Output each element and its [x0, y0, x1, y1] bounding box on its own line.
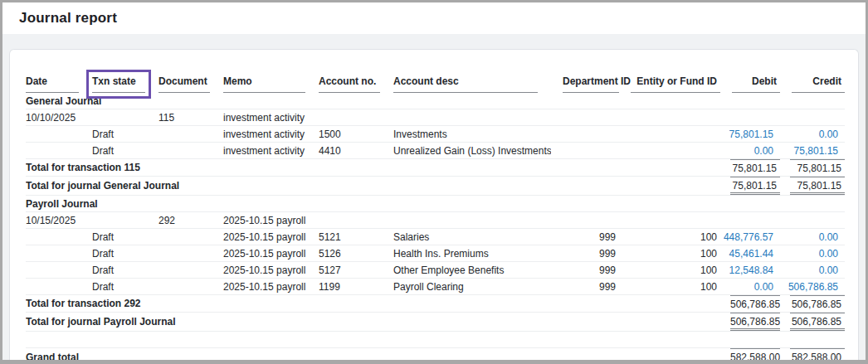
total-label: Total for journal Payroll Journal: [26, 313, 720, 332]
cell-date: 10/15/2025: [26, 212, 92, 229]
total-debit-cell: 506,786.85: [720, 295, 780, 313]
column-header-credit: Credit: [780, 73, 845, 93]
table-header-row: DateTxn stateDocumentMemoAccount no.Acco…: [26, 73, 845, 93]
cell-memo: 2025-10.15 payroll: [223, 212, 319, 229]
detail-row: Draftinvestment activity4410Unrealized G…: [26, 143, 845, 159]
column-header-label: Department ID: [563, 73, 619, 93]
cell-debit: 0.00: [720, 143, 780, 159]
credit-amount-link[interactable]: 0.00: [780, 248, 841, 260]
credit-amount-link[interactable]: 75,801.15: [780, 145, 841, 157]
cell-date: [26, 262, 92, 279]
total-row: Total for journal Payroll Journal506,786…: [26, 313, 845, 332]
cell-entity-or-fund-id: [619, 212, 720, 229]
cell-entity-or-fund-id: 100: [619, 245, 720, 262]
total-label: Total for transaction 115: [26, 159, 720, 177]
page-title: Journal report: [19, 10, 117, 27]
total-credit-cell: 506,786.85: [780, 313, 845, 332]
cell-account-desc: [393, 212, 551, 229]
journal-section-label: Payroll Journal: [26, 196, 845, 212]
cell-txn-state: [92, 212, 158, 229]
cell-department-id: 999: [551, 245, 619, 262]
page-header: Journal report: [2, 2, 866, 34]
total-row: Total for journal General Journal75,801.…: [26, 177, 845, 196]
cell-txn-state: Draft: [92, 279, 158, 295]
debit-amount-link[interactable]: 0.00: [720, 281, 777, 293]
cell-debit: 12,548.84: [720, 262, 780, 279]
cell-date: [26, 126, 92, 143]
cell-debit: [720, 109, 780, 126]
cell-account-no: 4410: [319, 143, 393, 159]
cell-debit: 75,801.15: [720, 126, 780, 143]
column-header-label: Account no.: [319, 73, 380, 93]
debit-amount-link[interactable]: 12,548.84: [720, 265, 777, 276]
total-credit-cell: 582,588.00: [780, 348, 845, 361]
cell-account-desc: Payroll Clearing: [393, 279, 551, 295]
cell-txn-state: Draft: [92, 143, 158, 159]
cell-account-no: 5121: [319, 229, 393, 245]
cell-txn-state: Draft: [92, 262, 158, 279]
total-credit-cell: 75,801.15: [780, 177, 845, 196]
app-window: Journal report DateTxn stateDocumentMemo…: [0, 0, 868, 364]
spacer-row: [26, 332, 845, 348]
column-header-label: Memo: [223, 73, 305, 93]
debit-amount-link[interactable]: 0.00: [720, 145, 777, 157]
cell-document: 292: [158, 212, 223, 229]
column-header-label: Entity or Fund ID: [631, 73, 720, 93]
cell-credit: 506,786.85: [780, 279, 845, 295]
column-header-txn-state: Txn state: [92, 73, 158, 93]
cell-document: [158, 229, 223, 245]
total-debit-amount: 506,786.85: [730, 313, 780, 331]
cell-date: [26, 229, 92, 245]
total-debit-amount: 75,801.15: [730, 159, 780, 176]
cell-account-desc: Other Employee Benefits: [393, 262, 551, 279]
cell-memo: investment activity: [223, 109, 319, 126]
cell-account-no: [319, 109, 393, 126]
credit-amount-link[interactable]: 0.00: [780, 265, 841, 276]
journal-section-label: General Journal: [26, 93, 845, 109]
total-credit-amount: 506,786.85: [790, 295, 845, 312]
cell-account-no: 5127: [319, 262, 393, 279]
cell-department-id: [551, 212, 619, 229]
total-label: Total for transaction 292: [26, 295, 720, 313]
total-credit-amount: 506,786.85: [790, 313, 845, 331]
cell-debit: [720, 212, 780, 229]
page-body: DateTxn stateDocumentMemoAccount no.Acco…: [2, 34, 866, 360]
column-header-account-desc: Account desc: [393, 73, 551, 93]
cell-entity-or-fund-id: [619, 143, 720, 159]
cell-account-no: 1500: [319, 126, 393, 143]
cell-document: [158, 262, 223, 279]
cell-account-desc: Salaries: [393, 229, 551, 245]
cell-memo: 2025-10.15 payroll: [223, 229, 319, 245]
cell-document: 115: [158, 109, 223, 126]
debit-amount-link[interactable]: 45,461.44: [720, 248, 777, 260]
cell-credit: 0.00: [780, 229, 845, 245]
cell-account-desc: Unrealized Gain (Loss) Investments: [393, 143, 551, 159]
cell-document: [158, 245, 223, 262]
debit-amount-link[interactable]: 75,801.15: [720, 129, 777, 140]
cell-credit: 0.00: [780, 245, 845, 262]
cell-txn-state: Draft: [92, 229, 158, 245]
cell-memo: investment activity: [223, 126, 319, 143]
cell-document: [158, 279, 223, 295]
section-row: General Journal: [26, 93, 845, 109]
txn-row: 10/10/2025115investment activity: [26, 109, 845, 126]
cell-account-no: [319, 212, 393, 229]
debit-amount-link[interactable]: 448,776.57: [720, 231, 777, 243]
cell-date: [26, 279, 92, 295]
cell-txn-state: Draft: [92, 126, 158, 143]
column-header-debit: Debit: [720, 73, 780, 93]
column-header-document: Document: [158, 73, 223, 93]
total-label: Total for journal General Journal: [26, 177, 720, 196]
detail-row: Draft2025-10.15 payroll1199Payroll Clear…: [26, 279, 845, 295]
credit-amount-link[interactable]: 0.00: [780, 231, 841, 243]
credit-amount-link[interactable]: 506,786.85: [780, 281, 841, 293]
cell-department-id: 999: [551, 262, 619, 279]
column-header-memo: Memo: [223, 73, 319, 93]
credit-amount-link[interactable]: 0.00: [780, 129, 841, 140]
cell-account-desc: [393, 109, 551, 126]
total-row: Total for transaction 292506,786.85506,7…: [26, 295, 845, 313]
cell-account-desc: Investments: [393, 126, 551, 143]
total-credit-cell: 506,786.85: [780, 295, 845, 313]
cell-account-no: 1199: [319, 279, 393, 295]
total-row: Grand total582,588.00582,588.00: [26, 348, 845, 361]
